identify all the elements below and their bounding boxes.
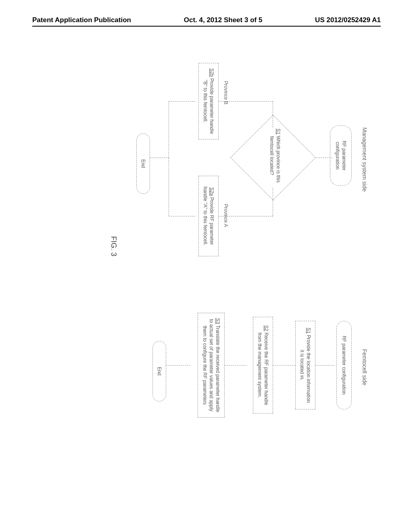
connector: [225, 365, 247, 366]
mgmt-decision-text: S1 Which province is this femtocell loca…: [269, 121, 281, 190]
figure-label: FIG. 3: [109, 236, 118, 256]
femto-s3-box: S3 Translate the received parameter hand…: [198, 313, 225, 418]
connector: [169, 101, 169, 216]
step-ref: S2b: [209, 69, 215, 77]
step-ref: S1: [306, 328, 311, 334]
connector: [273, 188, 273, 216]
step-text: Which province is this femtocell located…: [269, 136, 281, 183]
femto-side-label: Femtocell side: [361, 349, 368, 385]
header-right: US 2012/0252429 A1: [315, 16, 381, 24]
step-ref: S3: [215, 318, 221, 324]
mgmt-s2b-box: S2b Provide parameter handle "B" to this…: [198, 63, 219, 139]
branch-b-label: Province B: [223, 81, 229, 104]
mgmt-start-terminator: RF parameter configuration: [330, 125, 352, 186]
step-text: Provide the location information it is l…: [299, 335, 311, 403]
step-ref: S1: [275, 129, 281, 135]
femto-start-terminator: RF parameter configuration: [336, 321, 352, 409]
step-text: Provide parameter handle "B" to this fem…: [202, 78, 215, 134]
connector: [169, 216, 195, 216]
step-ref: S2a: [209, 187, 215, 196]
branch-a-label: Province A: [223, 204, 229, 227]
content-area: Management system side Femtocell side RF…: [32, 39, 381, 482]
page-header: Patent Application Publication Oct. 4, 2…: [32, 16, 381, 27]
connector: [166, 365, 190, 366]
femto-s2-box: S2 Receive the RF parameter handle from …: [253, 317, 273, 414]
step-ref: S2: [263, 325, 269, 331]
connector: [150, 158, 169, 158]
connector: [169, 101, 195, 102]
flowchart-diagram: Management system side Femtocell side RF…: [49, 59, 364, 462]
header-center: Oct. 4, 2012 Sheet 3 of 5: [184, 16, 263, 24]
femto-end-terminator: End: [152, 341, 166, 401]
mgmt-side-label: Management system side: [361, 127, 368, 192]
connector: [273, 101, 273, 127]
header-left: Patent Application Publication: [32, 16, 131, 24]
mgmt-s2a-box: S2a Provide RF parameter handle "A" to t…: [198, 176, 219, 256]
femto-s1-box: S1 Provide the location information it i…: [295, 321, 315, 409]
step-text: Translate the received parameter handle …: [202, 319, 221, 412]
connector: [273, 365, 295, 366]
mgmt-end-terminator: End: [136, 133, 150, 194]
step-text: Receive the RF parameter handle from the…: [257, 332, 269, 405]
connector: [315, 365, 335, 366]
